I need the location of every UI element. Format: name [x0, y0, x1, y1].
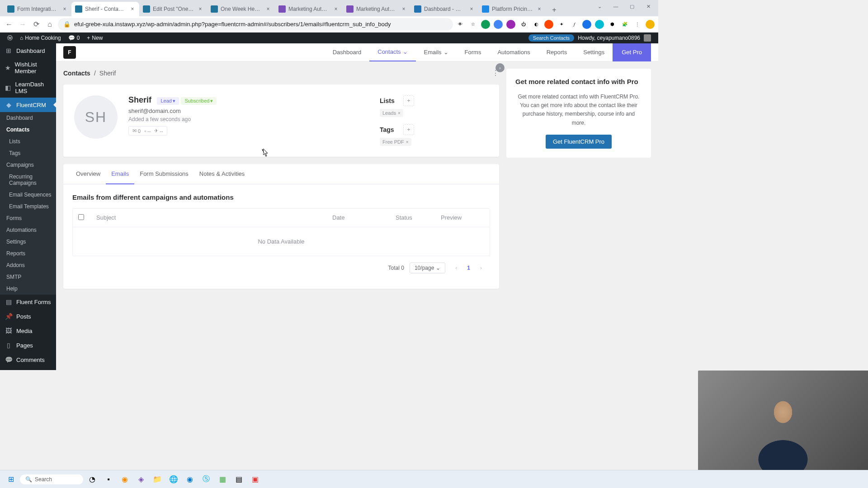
nav-settings[interactable]: Settings [575, 43, 613, 61]
remove-icon[interactable]: × [406, 140, 409, 145]
get-pro-button[interactable]: Get Pro [613, 43, 651, 61]
submenu-contacts[interactable]: Contacts [0, 124, 56, 136]
minimize-icon[interactable]: — [609, 2, 622, 11]
close-window-icon[interactable]: ✕ [642, 2, 655, 11]
ext-icon[interactable]: ⏻ [519, 20, 528, 29]
forward-button[interactable]: → [17, 19, 28, 30]
get-pro-cta-button[interactable]: Get FluentCRM Pro [546, 135, 612, 149]
browser-tab[interactable]: Sherif - Contact - Fluent× [71, 2, 139, 16]
browser-tab[interactable]: Marketing Automation F× [275, 2, 343, 16]
sidebar-item-fluentcrm[interactable]: ◆FluentCRM [0, 98, 56, 112]
nav-dashboard[interactable]: Dashboard [325, 43, 370, 61]
app-logo[interactable]: F [63, 46, 76, 59]
profile-avatar[interactable] [646, 20, 655, 29]
submenu-reports[interactable]: Reports [0, 248, 56, 259]
browser-tab[interactable]: Dashboard - WP Manag× [410, 2, 478, 16]
nav-emails[interactable]: Emails⌄ [416, 43, 457, 61]
submenu-tags[interactable]: Tags [0, 147, 56, 159]
submenu-sequences[interactable]: Email Sequences [0, 189, 56, 201]
sidebar-item-comments[interactable]: 💬Comments [0, 352, 56, 367]
browser-tab[interactable]: Marketing Automation× [343, 2, 410, 16]
new-link[interactable]: +New [83, 33, 106, 43]
browser-tab[interactable]: One Week Healthy & Ba× [207, 2, 275, 16]
close-icon[interactable]: × [401, 6, 407, 12]
browser-tab[interactable]: Platform Pricing & Feat× [478, 2, 546, 16]
sidebar-item-learndash[interactable]: ◧LearnDash LMS [0, 78, 56, 98]
extensions-icon[interactable]: 🧩 [620, 20, 629, 29]
ext-icon[interactable]: ✦ [557, 20, 566, 29]
close-icon[interactable]: × [536, 6, 542, 12]
prev-page-button[interactable]: ‹ [451, 263, 462, 273]
tab-overview[interactable]: Overview [71, 164, 106, 184]
submenu-help[interactable]: Help [0, 283, 56, 295]
sidebar-item-posts[interactable]: 📌Posts [0, 309, 56, 324]
submenu-dashboard[interactable]: Dashboard [0, 112, 56, 124]
submenu-addons[interactable]: Addons [0, 259, 56, 271]
url-input[interactable]: 🔒 eful-grebe-xula.instawp.xyz/wp-admin/a… [58, 18, 453, 31]
ext-icon[interactable] [544, 20, 553, 29]
site-link[interactable]: ⌂Home Cooking [16, 33, 65, 43]
next-page-button[interactable]: › [476, 263, 486, 273]
sidebar-item-appearance[interactable]: 🖌Appearance [0, 367, 56, 370]
howdy-link[interactable]: Howdy, ceyapumano0896 [574, 34, 655, 42]
tab-notes[interactable]: Notes & Activities [194, 164, 250, 184]
status-badge[interactable]: Subscribed▾ [181, 97, 217, 105]
submenu-templates[interactable]: Email Templates [0, 201, 56, 212]
browser-tab[interactable]: Form Integrations - Flue× [4, 2, 71, 16]
perpage-select[interactable]: 10/page⌄ [410, 263, 445, 273]
ext-icon[interactable]: 👁 [456, 20, 465, 29]
nav-forms[interactable]: Forms [457, 43, 490, 61]
ext-icon[interactable] [481, 20, 490, 29]
add-tag-button[interactable]: + [403, 124, 414, 135]
submenu-forms[interactable]: Forms [0, 212, 56, 224]
close-icon[interactable]: × [129, 6, 136, 12]
submenu-lists[interactable]: Lists [0, 136, 56, 147]
ext-icon[interactable] [494, 20, 503, 29]
ext-icon[interactable]: ◐ [532, 20, 541, 29]
ext-icon[interactable] [595, 20, 604, 29]
sidebar-item-pages[interactable]: ▯Pages [0, 338, 56, 352]
close-panel-icon[interactable]: › [495, 63, 505, 72]
lead-badge[interactable]: Lead▾ [157, 97, 179, 105]
tab-emails[interactable]: Emails [106, 164, 134, 184]
nav-contacts[interactable]: Contacts⌄ [369, 43, 415, 61]
ext-icon[interactable] [506, 20, 515, 29]
remove-icon[interactable]: × [398, 111, 401, 116]
browser-tab[interactable]: Edit Post "One Week He× [139, 2, 207, 16]
page-number[interactable]: 1 [467, 265, 470, 271]
close-icon[interactable]: × [197, 6, 203, 12]
back-button[interactable]: ← [4, 19, 14, 30]
maximize-icon[interactable]: ▢ [626, 2, 638, 11]
new-tab-button[interactable]: + [548, 4, 561, 16]
reload-button[interactable]: ⟳ [31, 19, 42, 30]
comments-link[interactable]: 💬0 [65, 33, 84, 43]
ext-icon[interactable] [582, 20, 591, 29]
bookmark-icon[interactable]: ☆ [468, 20, 477, 29]
tab-form-submissions[interactable]: Form Submissions [134, 164, 194, 184]
menu-icon[interactable]: ⋮ [633, 20, 642, 29]
submenu-campaigns[interactable]: Campaigns [0, 159, 56, 171]
submenu-automations[interactable]: Automations [0, 224, 56, 236]
wp-logo[interactable]: ⓦ [4, 33, 16, 43]
submenu-recurring[interactable]: Recurring Campaigns [0, 171, 56, 189]
close-icon[interactable]: × [265, 6, 271, 12]
chevron-down-icon[interactable]: ⌄ [593, 2, 606, 11]
home-button[interactable]: ⌂ [44, 19, 55, 30]
close-icon[interactable]: × [333, 6, 339, 12]
ext-icon[interactable]: ⬢ [608, 20, 617, 29]
breadcrumb-root[interactable]: Contacts [63, 70, 90, 77]
sidebar-item-fluentforms[interactable]: ▤Fluent Forms [0, 295, 56, 309]
search-contacts-button[interactable]: Search Contacts [528, 34, 574, 42]
close-icon[interactable]: × [468, 6, 475, 12]
submenu-settings[interactable]: Settings [0, 236, 56, 248]
nav-reports[interactable]: Reports [538, 43, 576, 61]
close-icon[interactable]: × [61, 6, 68, 12]
sidebar-item-wishlist[interactable]: ★WishList Member [0, 58, 56, 78]
select-all-checkbox[interactable] [78, 214, 84, 220]
sidebar-item-dashboard[interactable]: ⊞Dashboard [0, 43, 56, 58]
sidebar-item-media[interactable]: 🖼Media [0, 324, 56, 338]
submenu-smtp[interactable]: SMTP [0, 271, 56, 283]
add-list-button[interactable]: + [403, 95, 414, 106]
nav-automations[interactable]: Automations [489, 43, 538, 61]
ext-icon[interactable]: 𝑓 [570, 20, 579, 29]
